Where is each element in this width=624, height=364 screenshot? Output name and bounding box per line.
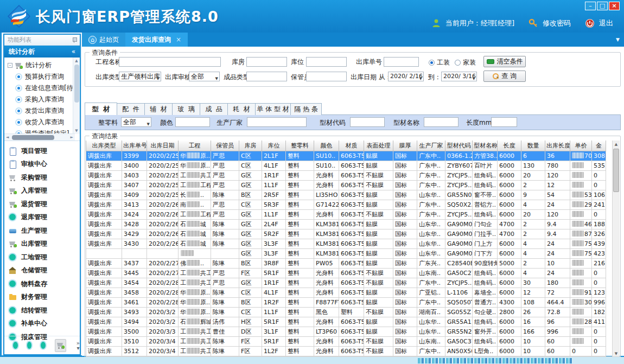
tree-vertical-scrollbar[interactable]: ▲ ▼ bbox=[73, 58, 80, 134]
material-tab[interactable]: 配 件 bbox=[117, 103, 145, 115]
scrollbar-thumb[interactable] bbox=[12, 135, 54, 140]
column-header-出库类型[interactable]: 出库类型 bbox=[86, 141, 122, 151]
sidebar-module-入库管理[interactable]: 入库管理 bbox=[9, 184, 80, 198]
column-header-库房[interactable]: 库房 bbox=[239, 141, 262, 151]
column-header-材质[interactable]: 材质 bbox=[339, 141, 364, 151]
name-input[interactable] bbox=[424, 117, 459, 127]
sidebar-module-退货管理[interactable]: 退货管理 bbox=[9, 197, 80, 211]
sidebar-module-审核中心[interactable]: 审核中心 bbox=[9, 158, 80, 171]
table-row[interactable]: 调拨出库34282020/2/26石城陈琳G区2L4F整料KLM38176063… bbox=[86, 219, 606, 229]
tab-close-icon[interactable]: × bbox=[176, 36, 181, 43]
expand-icon[interactable]: - bbox=[8, 63, 12, 68]
location-input[interactable] bbox=[306, 57, 347, 67]
tree-item-发货出库查询[interactable]: 发货出库查询 bbox=[8, 105, 80, 117]
tree-item-采购入库查询[interactable]: 采购入库查询 bbox=[8, 94, 80, 105]
logout-link[interactable]: 退出 bbox=[599, 18, 613, 28]
table-row[interactable]: 调拨出库34302020/2/26石城陈琳G区3L3F整料KLM38176063… bbox=[86, 239, 606, 248]
table-row[interactable]: G区3L3F整料KLM38176063-T5贴膜国标山东华..GA90M09.门… bbox=[86, 248, 606, 258]
material-tab[interactable]: 成 品 bbox=[200, 103, 228, 115]
module-dot-icon[interactable] bbox=[27, 342, 32, 349]
table-row[interactable]: 调拨出库34452020/2/27工共工程严思F区5R1F整料光身料6063-T… bbox=[86, 268, 606, 278]
scrollbar-thumb[interactable] bbox=[613, 149, 619, 192]
search-button[interactable]: 查 询 bbox=[483, 71, 526, 82]
column-header-膜厚[interactable]: 膜厚 bbox=[393, 141, 417, 151]
audit-select[interactable]: 全部 bbox=[189, 72, 220, 81]
tree-item-在途信息查询[待[interactable]: 在途信息查询[待 bbox=[8, 82, 80, 94]
sidebar-module-补单中心[interactable]: 补单中心 bbox=[9, 317, 80, 331]
tab-home[interactable]: ⌂ 起始页 bbox=[82, 33, 125, 47]
sidebar-module-项目管理[interactable]: 项目管理 bbox=[9, 144, 80, 158]
column-header-出库单号[interactable]: 出库单号 bbox=[122, 141, 147, 151]
material-tab[interactable]: 辅 材 bbox=[144, 103, 173, 115]
column-header-型材代码[interactable]: 型材代码 bbox=[445, 141, 473, 151]
sidebar-module-工地管理[interactable]: 工地管理 bbox=[9, 251, 80, 264]
scroll-right-icon[interactable]: ► bbox=[71, 135, 73, 139]
material-tab[interactable]: 隔 热 条 bbox=[290, 103, 322, 115]
column-header-颜色[interactable]: 颜色 bbox=[314, 141, 339, 151]
whole-part-select[interactable]: 全部 bbox=[121, 117, 151, 127]
column-header-库位[interactable]: 库位 bbox=[262, 141, 286, 151]
more-modules-chevron[interactable]: »▾ bbox=[77, 341, 80, 350]
scroll-left-icon[interactable]: ◄ bbox=[6, 135, 9, 139]
scrollbar-thumb[interactable] bbox=[74, 65, 79, 103]
radio-jiazhuang[interactable]: 家装 bbox=[455, 58, 476, 67]
project-name-input[interactable] bbox=[119, 57, 221, 67]
cart-module-button[interactable] bbox=[55, 339, 66, 352]
module-dot-icon[interactable] bbox=[13, 342, 18, 349]
table-row[interactable]: 调拨出库34292020/2/26石城陈琳G区5R2F整料KLM38176063… bbox=[86, 229, 606, 239]
column-header-整零料[interactable]: 整零料 bbox=[286, 141, 314, 151]
column-header-表面处理[interactable]: 表面处理 bbox=[364, 141, 393, 151]
table-row[interactable]: 调拨出库34092020/2/25长..陈琳B区2R5F整料LI35HO6063… bbox=[86, 190, 606, 200]
sidebar-module-财务管理[interactable]: 财务管理 bbox=[9, 291, 80, 304]
table-row[interactable]: 调拨出库35122020/3/4工共工程陈琳F区1L2F整料光身料6063-T5… bbox=[86, 346, 606, 356]
tree-item-收货入库查询[interactable]: 收货入库查询 bbox=[8, 117, 80, 128]
order-no-input[interactable] bbox=[384, 57, 419, 67]
column-header-长度[interactable]: 长度 bbox=[498, 141, 521, 151]
sidebar-module-结转管理[interactable]: 结转管理 bbox=[9, 304, 80, 317]
grid-vertical-scrollbar[interactable]: ▲ ▼ bbox=[612, 141, 620, 357]
tab-shipping-outbound-query[interactable]: 发货出库查询 × bbox=[125, 33, 188, 47]
warehouse-input[interactable] bbox=[246, 57, 287, 67]
date-to-picker[interactable]: 2020/ 3/16 bbox=[441, 72, 477, 81]
column-header-出库日期[interactable]: 出库日期 bbox=[147, 141, 179, 151]
maker-input[interactable] bbox=[247, 117, 307, 127]
table-row[interactable]: 调拨出库34542020/2/28工共工程严思G区1R1F整料光身料6063-T… bbox=[86, 278, 606, 288]
sidebar-module-采购管理[interactable]: 采购管理 bbox=[9, 171, 80, 184]
tab-list-dropdown-icon[interactable]: ▼ bbox=[616, 37, 620, 42]
table-row[interactable]: 调拨出库34942020/3/2石辉城汤伟H区5R1F整料光身料6063-T5贴… bbox=[86, 317, 606, 327]
length-input[interactable] bbox=[491, 117, 517, 127]
collapse-icon[interactable]: « bbox=[72, 46, 75, 58]
scroll-up-icon[interactable]: ▲ bbox=[73, 58, 80, 64]
pin-icon[interactable] bbox=[72, 37, 77, 43]
material-tab[interactable]: 型 材 bbox=[85, 103, 117, 115]
tree-item-预算执行查询[interactable]: 预算执行查询 bbox=[8, 71, 80, 82]
column-header-出库长度[interactable]: 出库长度 bbox=[545, 141, 570, 151]
table-row[interactable]: 调拨出库34072020/2/25工工程严思G区1L1F整料光身料6063-T5… bbox=[86, 180, 606, 190]
date-from-picker[interactable]: 2020/ 2/16 bbox=[388, 72, 424, 81]
change-password-link[interactable]: 修改密码 bbox=[543, 18, 571, 28]
close-button[interactable]: × bbox=[609, 2, 620, 10]
table-row[interactable]: 调拨出库34372020/2/27佛..陈琳B区3R8F整料PW056063-T… bbox=[86, 258, 606, 268]
table-row[interactable]: 调拨出库35002020/3/3工共工程曹佳D区3L1F整料LT3P606063… bbox=[86, 327, 606, 336]
column-header-金[interactable]: 金 bbox=[592, 141, 606, 151]
radio-gongzhuang[interactable]: 工装 bbox=[429, 58, 450, 67]
material-tab[interactable]: 玻 璃 bbox=[172, 103, 200, 115]
table-row[interactable]: 调拨出库34032020/2/25工共工程严思G区1R1F整料光身料6063-T… bbox=[86, 170, 606, 180]
keeper-input[interactable] bbox=[306, 72, 347, 81]
column-header-生产厂家[interactable]: 生产厂家 bbox=[417, 141, 445, 151]
sidebar-module-退库管理[interactable]: 退库管理 bbox=[9, 211, 80, 225]
code-input[interactable] bbox=[350, 117, 385, 127]
material-tab[interactable]: 单 体 型 材 bbox=[255, 103, 291, 115]
scroll-up-icon[interactable]: ▲ bbox=[613, 141, 620, 148]
out-type-select[interactable]: 生产领料出库 bbox=[119, 72, 161, 81]
column-header-工程[interactable]: 工程 bbox=[179, 141, 211, 151]
table-row[interactable]: 调拨出库34582020/2/28华原..陈琳C区4L1F整料光身料6063-T… bbox=[86, 288, 606, 297]
product-type-input[interactable] bbox=[246, 72, 287, 81]
table-row[interactable]: 调拨出库34612020/2/28华原..陈琳B区1R2F整料F8877FT60… bbox=[86, 297, 606, 307]
column-header-保管员[interactable]: 保管员 bbox=[211, 141, 239, 151]
column-header-单价[interactable]: 单价 bbox=[570, 141, 592, 151]
material-tab[interactable]: 耗 材 bbox=[227, 103, 256, 115]
column-header-型材名称[interactable]: 型材名称 bbox=[473, 141, 498, 151]
table-row[interactable]: 调拨出库35102020/3/4工共工程陈琳F区5R1F整料光身料6063-T5… bbox=[86, 336, 606, 346]
clear-conditions-button[interactable]: 清空条件 bbox=[483, 56, 526, 67]
